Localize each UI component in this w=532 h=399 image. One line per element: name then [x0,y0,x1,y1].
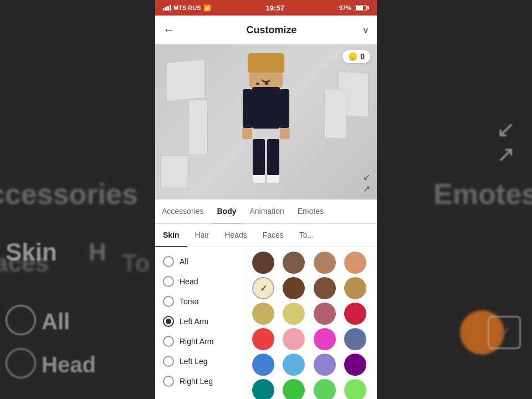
body-part-right-arm-label: Right Arm [180,337,213,346]
bg-cube-4 [188,100,208,155]
avatar-figure [242,56,290,183]
status-right: 97% [339,4,369,11]
color-swatch-c23[interactable] [314,379,336,399]
body-part-torso-label: Torso [180,297,198,306]
currency-icon: 🪙 [348,52,357,61]
color-swatch-c14[interactable] [283,328,305,350]
color-swatch-c12[interactable] [344,303,366,325]
sub-tab-skin[interactable]: Skin [155,224,187,247]
sub-tab-heads[interactable]: Heads [217,224,254,247]
content-area: All Head Torso Left Arm [155,247,377,399]
bg-left-to-text: To [122,249,150,277]
battery-tip [367,6,369,9]
tab-emotes[interactable]: Emotes [291,200,330,224]
bg-left-faces-text: aces [0,249,49,277]
radio-torso [163,296,174,307]
bg-right-collapse-in: ↙ [497,116,515,142]
color-swatch-c18[interactable] [283,354,305,376]
battery-icon [355,5,369,11]
avatar-right-arm [279,89,289,128]
body-part-left-arm-label: Left Arm [180,317,208,326]
color-swatch-c4[interactable] [344,252,366,274]
nav-title: Customize [181,24,362,36]
sub-tab-torso[interactable]: To... [291,224,321,247]
body-part-head[interactable]: Head [155,272,246,291]
nav-chevron-icon[interactable]: ∨ [362,25,369,35]
avatar-left-hand [242,128,252,139]
color-swatch-c6[interactable] [283,277,305,299]
avatar-torso [252,87,280,129]
battery-fill [356,6,363,10]
status-bar: MTS RUS 📶 19:57 97% [155,0,377,16]
signal-bar-4 [170,5,171,11]
collapse-button[interactable]: ↙ ↗ [363,172,370,194]
color-grid [247,247,377,399]
avatar-preview: 🪙 0 ↙ ↗ [155,44,377,200]
body-part-torso[interactable]: Torso [155,291,246,311]
body-part-left-leg-label: Left Leg [180,357,208,366]
sub-tab-hair[interactable]: Hair [187,224,217,247]
bg-left-all-text: All [42,309,70,334]
body-part-all[interactable]: All [155,252,246,272]
radio-right-leg [163,376,174,387]
signal-bar-1 [163,8,165,11]
color-swatch-c21[interactable] [252,379,274,399]
tab-animation[interactable]: Animation [243,200,290,224]
bg-right-checkbox: ✓ [488,316,521,349]
color-swatch-c15[interactable] [314,328,336,350]
avatar-right-eye [265,83,268,85]
bg-right-content: Emotes ↙ ↗ ✓ [374,0,532,399]
tab-body[interactable]: Body [210,200,243,224]
avatar-smile [261,78,271,83]
bg-right-collapse-out: ↗ [497,141,515,167]
avatar-head [249,56,283,88]
avatar-left-foot [253,175,265,183]
radio-all [163,256,174,267]
body-part-right-arm[interactable]: Right Arm [155,331,246,351]
collapse-in-icon: ↙ [363,172,370,182]
currency-value: 0 [360,52,365,61]
bg-left-all-circle [6,305,36,335]
color-swatch-c16[interactable] [344,328,366,350]
color-swatch-c2[interactable] [283,252,305,274]
carrier-name: MTS RUS [173,4,201,11]
color-swatch-c8[interactable] [344,277,366,299]
battery-percent: 97% [339,4,351,11]
avatar-right-leg [267,139,279,175]
color-swatch-c20[interactable] [344,354,366,376]
sub-tab-faces[interactable]: Faces [255,224,291,247]
body-part-all-label: All [180,257,188,266]
color-swatch-c22[interactable] [283,379,305,399]
color-swatch-c13[interactable] [252,328,274,350]
avatar-hair [248,53,284,73]
battery-body [355,5,367,11]
color-swatch-c7[interactable] [314,277,336,299]
color-swatch-c19[interactable] [314,354,336,376]
main-tab-bar: Accessories Body Animation Emotes [155,200,377,224]
bg-left-accessories-text: ccessories [0,177,138,211]
status-left: MTS RUS 📶 [163,4,211,12]
body-part-left-leg[interactable]: Left Leg [155,351,246,371]
color-swatch-c24[interactable] [344,379,366,399]
color-swatch-c3[interactable] [314,252,336,274]
color-swatch-c1[interactable] [252,252,274,274]
sub-tab-bar: Skin Hair Heads Faces To... [155,224,377,247]
color-swatch-c11[interactable] [314,303,336,325]
signal-bar-2 [165,7,167,11]
color-swatch-c9[interactable] [252,303,274,325]
collapse-out-icon: ↗ [363,183,370,194]
back-button[interactable]: ← [163,23,175,37]
body-part-right-leg[interactable]: Right Leg [155,371,246,391]
avatar-right-foot [267,175,279,183]
tab-accessories[interactable]: Accessories [155,200,210,224]
avatar-left-leg [253,139,265,175]
bg-left-head-circle [6,348,36,378]
color-swatch-c5[interactable] [252,277,274,299]
wifi-icon: 📶 [203,4,211,12]
body-part-left-arm[interactable]: Left Arm [155,311,246,331]
color-swatch-c17[interactable] [252,354,274,376]
body-parts-list: All Head Torso Left Arm [155,247,247,399]
avatar-body [242,87,290,139]
color-swatch-c10[interactable] [283,303,305,325]
radio-inner-left-arm [166,319,171,324]
